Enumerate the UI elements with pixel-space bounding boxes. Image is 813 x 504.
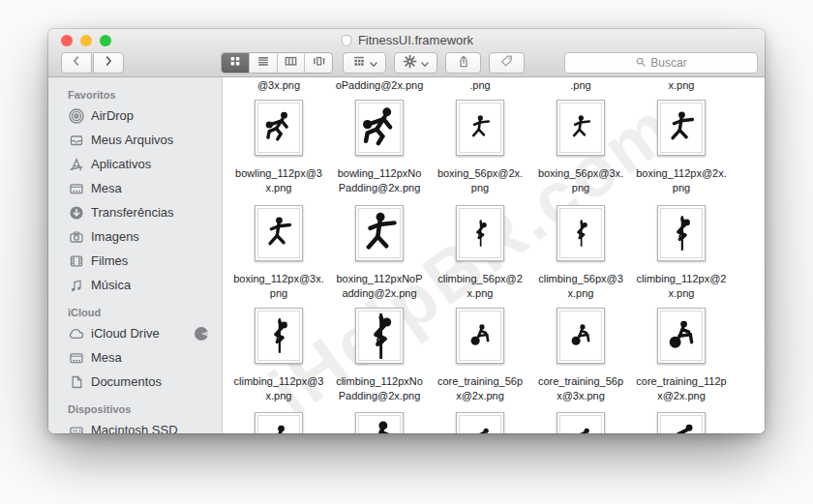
sidebar-item-mesa[interactable]: Mesa bbox=[48, 176, 222, 200]
share-icon bbox=[457, 54, 470, 73]
file-thumbnail bbox=[657, 308, 706, 364]
file-name: boxing_56px@3x.png bbox=[538, 166, 623, 195]
file-item-core-training-56px-2x-png[interactable]: core_training_56px@2x.png bbox=[430, 308, 530, 403]
hard-drive-icon bbox=[68, 422, 84, 433]
sidebar-item-musica[interactable]: Música bbox=[48, 273, 222, 297]
back-button[interactable] bbox=[61, 52, 92, 74]
core-pictogram-icon bbox=[568, 321, 593, 350]
boxing-pictogram-icon bbox=[358, 210, 401, 257]
sidebar-item-mesa[interactable]: Mesa bbox=[48, 345, 222, 370]
sidebar-item-label: Mesa bbox=[91, 181, 122, 195]
file-item-climbing-56px-2x-png[interactable]: climbing_56px@2x.png bbox=[430, 205, 530, 301]
sidebar-item-aplicativos[interactable]: Aplicativos bbox=[48, 152, 222, 176]
file-item-core-training-112px-2x-png[interactable]: core_training_112px@2x.png bbox=[631, 308, 732, 403]
sidebar-section-header: iCloud bbox=[48, 301, 222, 321]
climbing-pictogram-icon bbox=[568, 219, 593, 248]
tags-button[interactable] bbox=[489, 52, 525, 74]
file-name: climbing_112px@3x.png bbox=[234, 374, 324, 403]
desktop-icon bbox=[68, 180, 84, 196]
gear-icon bbox=[403, 54, 417, 73]
file-item-clipped[interactable] bbox=[631, 412, 732, 433]
view-mode-segmented-control bbox=[221, 52, 333, 74]
file-item-core-training-56px-3x-png[interactable]: core_training_56px@3x.png bbox=[530, 308, 631, 403]
forward-button[interactable] bbox=[93, 52, 124, 74]
file-item-bowling-112px-3x-png[interactable]: bowling_112px@3x.png bbox=[228, 100, 329, 195]
file-item-climbing-56px-3x-png[interactable]: climbing_56px@3x.png bbox=[530, 205, 631, 301]
sidebar-item-label: iCloud Drive bbox=[91, 326, 160, 341]
file-item-boxing-112pxnopadding-2x-png[interactable]: boxing_112pxNoPadding@2x.png bbox=[329, 205, 430, 301]
sidebar-item-airdrop[interactable]: AirDrop bbox=[48, 104, 222, 128]
sidebar-item-label: Documentos bbox=[91, 374, 162, 389]
window-header: FitnessUI.framework bbox=[48, 29, 765, 77]
file-name: boxing_112px@2x.png bbox=[636, 166, 727, 195]
sidebar-section: Favoritos AirDrop Meus Arquivos Aplicati… bbox=[48, 83, 222, 297]
finder-sidebar: Favoritos AirDrop Meus Arquivos Aplicati… bbox=[48, 77, 223, 433]
list-view-button[interactable] bbox=[249, 53, 277, 73]
action-menu-button[interactable] bbox=[394, 52, 437, 74]
clipped-file-row-below bbox=[228, 412, 732, 433]
sidebar-item-imagens[interactable]: Imagens bbox=[48, 224, 222, 249]
file-row: boxing_112px@3x.png boxing_112pxNoPaddin… bbox=[228, 205, 732, 301]
document-icon bbox=[68, 373, 84, 390]
sidebar-item-label: Meus Arquivos bbox=[91, 133, 173, 147]
finder-window: FitnessUI.framework bbox=[48, 29, 765, 433]
search-input[interactable] bbox=[565, 53, 757, 73]
file-name: core_training_56px@2x.png bbox=[437, 374, 523, 403]
boxing-pictogram-icon bbox=[262, 215, 295, 252]
file-row: climbing_112px@3x.png climbing_112pxNoPa… bbox=[228, 308, 732, 403]
chevron-down-icon bbox=[421, 54, 429, 72]
file-thumbnail bbox=[657, 205, 706, 261]
clipped-file-label: oPadding@2x.png bbox=[329, 79, 430, 91]
icloud-drive-icon bbox=[68, 325, 84, 341]
file-item-boxing-56px-3x-png[interactable]: boxing_56px@3x.png bbox=[530, 100, 631, 195]
sidebar-item-label: Transferências bbox=[91, 205, 174, 220]
icon-view-button[interactable] bbox=[222, 53, 249, 73]
chevron-left-icon bbox=[70, 54, 83, 72]
sidebar-item-filmes[interactable]: Filmes bbox=[48, 249, 222, 273]
file-name: boxing_56px@2x.png bbox=[437, 166, 523, 195]
arrange-menu-button[interactable] bbox=[343, 52, 386, 74]
file-item-clipped[interactable] bbox=[530, 412, 631, 433]
file-item-clipped[interactable] bbox=[329, 412, 430, 433]
sidebar-section: Dispositivos Macintosh SSD bbox=[48, 398, 222, 433]
file-item-bowling-112pxnopadding-2x-png[interactable]: bowling_112pxNoPadding@2x.png bbox=[329, 100, 430, 195]
sidebar-item-meus-arquivos[interactable]: Meus Arquivos bbox=[48, 128, 222, 152]
desktop-icon bbox=[68, 349, 84, 366]
sidebar-item-label: Mesa bbox=[91, 350, 122, 365]
desktop-background: FitnessUI.framework bbox=[0, 0, 813, 504]
sidebar-item-icloud-drive[interactable]: iCloud Drive bbox=[48, 321, 222, 345]
sidebar-item-label: Aplicativos bbox=[91, 157, 151, 171]
share-button[interactable] bbox=[445, 52, 481, 74]
sidebar-item-transferencias[interactable]: Transferências bbox=[48, 200, 222, 224]
sidebar-item-label: AirDrop bbox=[91, 108, 134, 123]
sidebar-item-macintosh-ssd[interactable]: Macintosh SSD bbox=[48, 418, 222, 433]
core-pictogram-icon bbox=[262, 422, 295, 433]
file-item-clipped[interactable] bbox=[430, 412, 530, 433]
file-item-boxing-112px-3x-png[interactable]: boxing_112px@3x.png bbox=[228, 205, 329, 301]
bowling-pictogram-icon bbox=[262, 109, 295, 146]
pushup-pictogram-icon bbox=[568, 426, 593, 433]
core-pictogram-icon bbox=[467, 321, 493, 350]
file-item-climbing-112pxnopadding-2x-png[interactable]: climbing_112pxNoPadding@2x.png bbox=[329, 308, 430, 403]
file-item-clipped[interactable] bbox=[228, 412, 329, 433]
file-name: climbing_112pxNoPadding@2x.png bbox=[336, 374, 423, 403]
file-item-boxing-56px-2x-png[interactable]: boxing_56px@2x.png bbox=[430, 100, 530, 195]
sidebar-item-label: Música bbox=[91, 278, 131, 292]
grid-view-icon bbox=[228, 54, 242, 72]
file-item-boxing-112px-2x-png[interactable]: boxing_112px@2x.png bbox=[631, 100, 732, 195]
clipped-file-label: .png bbox=[530, 79, 631, 91]
sidebar-item-documentos[interactable]: Documentos bbox=[48, 370, 222, 394]
file-row: bowling_112px@3x.png bowling_112pxNoPadd… bbox=[228, 100, 732, 195]
file-item-climbing-112px-2x-png[interactable]: climbing_112px@2x.png bbox=[631, 205, 732, 301]
coverflow-view-button[interactable] bbox=[304, 53, 332, 73]
file-item-climbing-112px-3x-png[interactable]: climbing_112px@3x.png bbox=[228, 308, 329, 403]
file-name: boxing_112pxNoPadding@2x.png bbox=[336, 272, 422, 301]
file-thumbnail bbox=[255, 308, 303, 364]
file-thumbnail bbox=[355, 412, 404, 433]
airdrop-icon bbox=[68, 107, 84, 124]
column-view-button[interactable] bbox=[277, 53, 305, 73]
pushup-pictogram-icon bbox=[665, 422, 698, 433]
sidebar-section-header: Dispositivos bbox=[48, 398, 222, 418]
file-name: boxing_112px@3x.png bbox=[233, 272, 324, 301]
sidebar-section: iCloud iCloud Drive Mesa Documentos bbox=[48, 301, 222, 394]
